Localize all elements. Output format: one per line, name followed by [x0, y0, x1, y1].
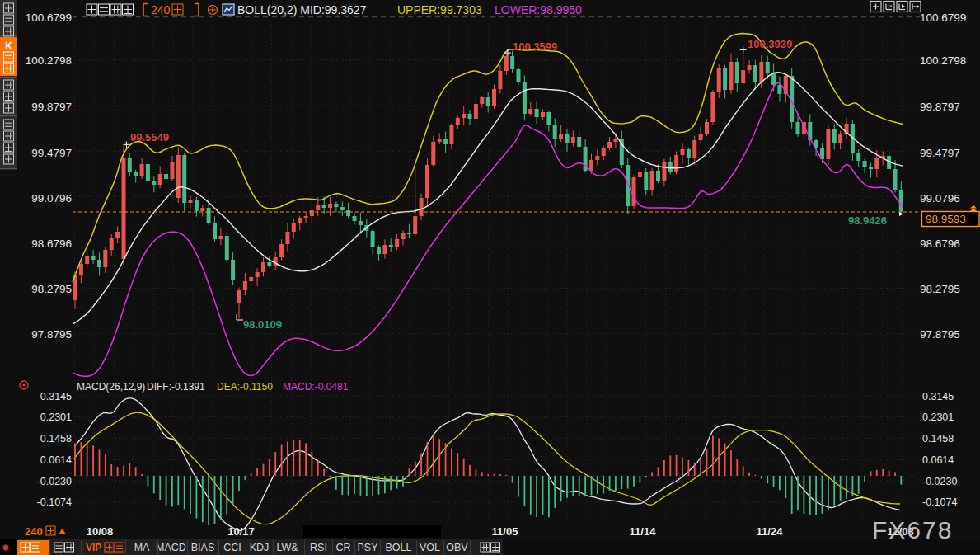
svg-text:98.2795: 98.2795 — [31, 283, 72, 295]
svg-text:BOLL: BOLL — [386, 542, 412, 553]
svg-text:UPPER:99.7303: UPPER:99.7303 — [397, 3, 482, 16]
svg-text:0.0614: 0.0614 — [40, 454, 72, 466]
svg-text:11/24: 11/24 — [757, 525, 784, 538]
svg-text:240: 240 — [25, 525, 43, 538]
svg-text:99.5549: 99.5549 — [130, 131, 169, 143]
svg-text:-0.1074: -0.1074 — [37, 496, 72, 508]
svg-text:100.3599: 100.3599 — [513, 40, 557, 53]
svg-text:0.1458: 0.1458 — [922, 433, 954, 444]
svg-text:0.3145: 0.3145 — [922, 391, 954, 402]
svg-text:CR: CR — [335, 542, 350, 553]
svg-text:10/08: 10/08 — [87, 525, 114, 538]
svg-text:RSI: RSI — [310, 542, 327, 553]
svg-text:MACD: MACD — [156, 542, 186, 553]
svg-text:11/05: 11/05 — [492, 525, 518, 538]
svg-text:OBV: OBV — [446, 542, 468, 553]
svg-text:98.2795: 98.2795 — [920, 283, 960, 295]
svg-text:10/17: 10/17 — [227, 525, 255, 538]
svg-text:11/14: 11/14 — [630, 525, 657, 538]
svg-text:PSY: PSY — [357, 542, 378, 553]
svg-text:K: K — [5, 40, 12, 52]
svg-text:98.9593: 98.9593 — [926, 213, 966, 225]
svg-text:97.8795: 97.8795 — [31, 328, 72, 341]
svg-text:LW&: LW& — [276, 542, 298, 553]
svg-text:240: 240 — [151, 3, 171, 16]
svg-text:LOWER:98.9950: LOWER:98.9950 — [495, 3, 582, 16]
svg-text:99.0796: 99.0796 — [920, 192, 960, 205]
svg-text:0.1458: 0.1458 — [40, 433, 72, 444]
svg-text:VIP: VIP — [86, 542, 101, 553]
svg-text:100.3939: 100.3939 — [748, 38, 792, 50]
svg-text:99.0796: 99.0796 — [31, 192, 72, 205]
svg-text:0.2301: 0.2301 — [922, 412, 954, 423]
svg-text:100.6799: 100.6799 — [26, 12, 72, 24]
svg-text:MACD(26,12,9): MACD(26,12,9) — [77, 381, 145, 393]
svg-text:VOL: VOL — [420, 542, 440, 553]
svg-text:0.2301: 0.2301 — [40, 412, 72, 423]
svg-text:97.8795: 97.8795 — [920, 328, 960, 341]
svg-text:MA: MA — [134, 542, 150, 553]
svg-text:100.6799: 100.6799 — [920, 12, 966, 24]
svg-text:-0.0230: -0.0230 — [37, 476, 72, 487]
svg-text:98.6796: 98.6796 — [31, 238, 72, 250]
svg-text:99.8797: 99.8797 — [920, 101, 960, 113]
svg-text:-0.1074: -0.1074 — [922, 496, 957, 508]
svg-text:0.0614: 0.0614 — [922, 454, 954, 466]
svg-text:99.4797: 99.4797 — [920, 147, 960, 159]
svg-text:98.9426: 98.9426 — [848, 214, 887, 227]
svg-text:DEA:-0.1150: DEA:-0.1150 — [217, 381, 273, 393]
svg-text:99.8797: 99.8797 — [31, 101, 72, 113]
svg-text:98.0109: 98.0109 — [243, 318, 282, 331]
svg-text:100.2798: 100.2798 — [26, 54, 72, 67]
svg-text:99.4797: 99.4797 — [31, 147, 72, 159]
svg-text:98.6796: 98.6796 — [920, 238, 960, 250]
svg-text:MACD:-0.0481: MACD:-0.0481 — [283, 381, 349, 393]
svg-text:CCI: CCI — [223, 542, 241, 553]
svg-text:BIAS: BIAS — [191, 542, 215, 553]
svg-text:0.3145: 0.3145 — [40, 391, 72, 402]
svg-text:100.2798: 100.2798 — [920, 54, 966, 67]
svg-text:KDJ: KDJ — [250, 542, 270, 553]
svg-text:BOLL(20,2) MID:99.3627: BOLL(20,2) MID:99.3627 — [237, 3, 367, 16]
svg-text:DIFF:-0.1391: DIFF:-0.1391 — [147, 381, 205, 393]
svg-text:-0.0230: -0.0230 — [922, 476, 957, 487]
